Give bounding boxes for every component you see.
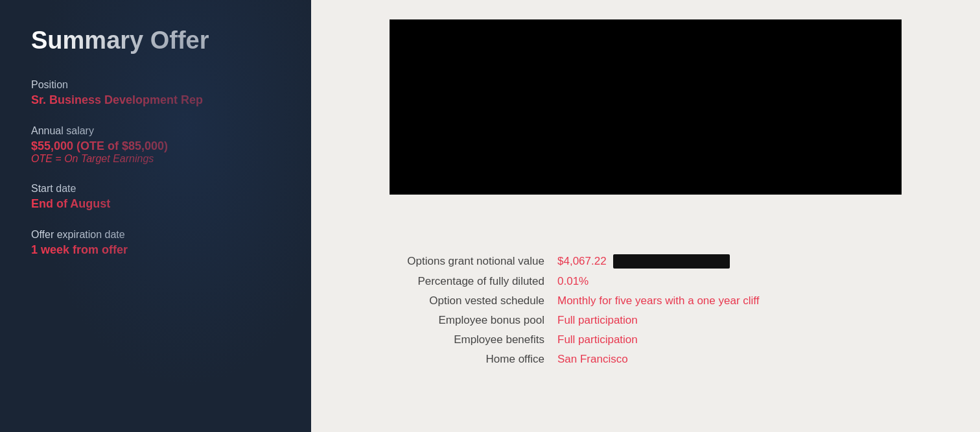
start-date-field: Start date End of August — [31, 183, 280, 211]
redacted-bar — [613, 254, 730, 269]
detail-row: Options grant notional value$4,067.22 — [350, 254, 941, 269]
position-field: Position Sr. Business Development Rep — [31, 79, 280, 107]
detail-value: $4,067.22 — [557, 254, 730, 269]
detail-key: Option vested schedule — [350, 294, 557, 307]
expiration-value: 1 week from offer — [31, 243, 280, 257]
video-placeholder — [390, 19, 902, 195]
detail-row: Employee benefitsFull participation — [350, 333, 941, 346]
page-title: Summary Offer — [31, 26, 280, 56]
detail-value: Monthly for five years with a one year c… — [557, 294, 760, 307]
detail-key: Options grant notional value — [350, 255, 557, 268]
start-date-label: Start date — [31, 183, 280, 195]
main-content: Options grant notional value$4,067.22Per… — [311, 0, 980, 432]
detail-key: Employee bonus pool — [350, 314, 557, 327]
salary-field: Annual salary $55,000 (OTE of $85,000) O… — [31, 125, 280, 165]
detail-row: Percentage of fully diluted0.01% — [350, 275, 941, 288]
detail-row: Employee bonus poolFull participation — [350, 314, 941, 327]
detail-key: Home office — [350, 353, 557, 366]
detail-value: 0.01% — [557, 275, 589, 288]
detail-row: Home officeSan Francisco — [350, 353, 941, 366]
start-date-value: End of August — [31, 197, 280, 211]
detail-key: Percentage of fully diluted — [350, 275, 557, 288]
detail-key: Employee benefits — [350, 333, 557, 346]
sidebar: Summary Offer Position Sr. Business Deve… — [0, 0, 311, 432]
detail-value: San Francisco — [557, 353, 628, 366]
position-value: Sr. Business Development Rep — [31, 93, 280, 107]
detail-value: Full participation — [557, 314, 638, 327]
detail-row: Option vested scheduleMonthly for five y… — [350, 294, 941, 307]
detail-value: Full participation — [557, 333, 638, 346]
position-label: Position — [31, 79, 280, 91]
details-section: Options grant notional value$4,067.22Per… — [311, 195, 980, 432]
expiration-label: Offer expiration date — [31, 229, 280, 241]
salary-value: $55,000 (OTE of $85,000) — [31, 139, 280, 153]
salary-label: Annual salary — [31, 125, 280, 137]
salary-note: OTE = On Target Earnings — [31, 153, 280, 165]
expiration-field: Offer expiration date 1 week from offer — [31, 229, 280, 257]
